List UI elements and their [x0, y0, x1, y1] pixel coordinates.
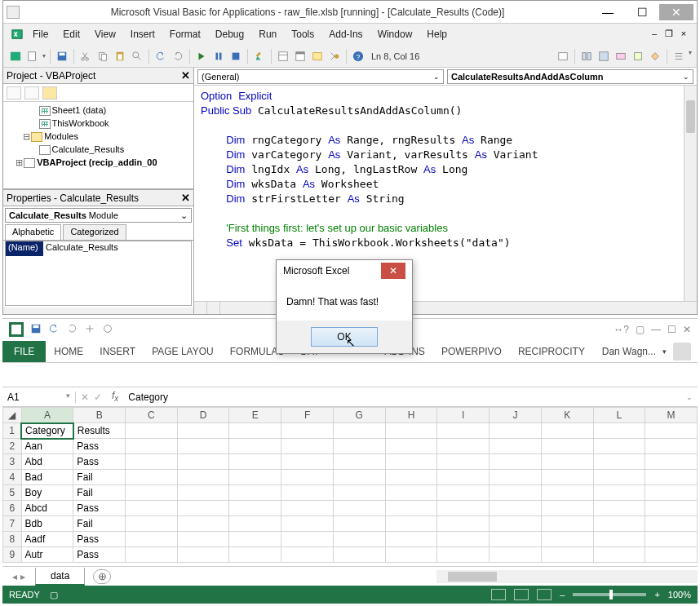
- project-panel-close-icon[interactable]: ✕: [181, 69, 190, 82]
- column-header[interactable]: J: [490, 408, 542, 423]
- cell[interactable]: [177, 516, 229, 532]
- menu-edit[interactable]: Edit: [56, 27, 86, 42]
- cell[interactable]: [437, 501, 490, 516]
- project-tree[interactable]: Sheet1 (data) ThisWorkbook ⊟Modules Calc…: [3, 102, 193, 189]
- cell[interactable]: [541, 516, 593, 532]
- cell[interactable]: [593, 516, 645, 532]
- cell[interactable]: Results: [73, 423, 126, 439]
- cell[interactable]: [281, 516, 334, 532]
- column-header[interactable]: I: [437, 408, 490, 423]
- cell[interactable]: [177, 423, 229, 439]
- sheet-tab-data[interactable]: data: [35, 568, 85, 586]
- cell[interactable]: Aadf: [21, 532, 73, 547]
- cell[interactable]: [126, 423, 178, 439]
- right-tool-4[interactable]: [614, 49, 628, 64]
- cell[interactable]: [490, 547, 542, 563]
- cell[interactable]: [385, 547, 437, 563]
- cell[interactable]: [333, 501, 385, 516]
- cell[interactable]: [333, 423, 385, 439]
- row-header[interactable]: 8: [3, 532, 22, 547]
- cell[interactable]: [126, 470, 178, 485]
- name-box[interactable]: A1 ▾: [2, 391, 76, 403]
- mdi-minimize-button[interactable]: –: [648, 29, 661, 40]
- cell[interactable]: [126, 532, 178, 547]
- right-tool-6[interactable]: [648, 49, 662, 64]
- reset-icon[interactable]: [228, 49, 243, 64]
- ribbon-help-icon[interactable]: ↔?: [614, 324, 629, 335]
- save-icon[interactable]: [55, 49, 69, 64]
- cell[interactable]: [490, 439, 542, 454]
- cell[interactable]: [281, 439, 334, 454]
- cell[interactable]: [490, 454, 542, 470]
- column-header[interactable]: K: [541, 408, 593, 423]
- cell[interactable]: [437, 470, 490, 485]
- cell[interactable]: [645, 547, 698, 563]
- menu-insert[interactable]: Insert: [124, 27, 162, 42]
- row-header[interactable]: 3: [3, 454, 22, 470]
- menu-run[interactable]: Run: [252, 27, 283, 42]
- cell[interactable]: [177, 470, 229, 485]
- cell[interactable]: [541, 439, 593, 454]
- maximize-button[interactable]: ☐: [625, 4, 659, 20]
- copy-icon[interactable]: [95, 49, 110, 64]
- undo-icon[interactable]: [153, 49, 168, 64]
- column-header[interactable]: L: [593, 408, 645, 423]
- cell[interactable]: Bdb: [21, 516, 73, 532]
- cell[interactable]: [645, 485, 698, 501]
- view-excel-icon[interactable]: [8, 49, 23, 64]
- break-icon[interactable]: [211, 49, 226, 64]
- cell[interactable]: Pass: [73, 547, 126, 563]
- cell[interactable]: Pass: [73, 532, 126, 547]
- sheet-horizontal-scrollbar[interactable]: [436, 570, 698, 583]
- cell[interactable]: [229, 423, 281, 439]
- right-tool-7[interactable]: [671, 49, 686, 64]
- cell[interactable]: Fail: [73, 516, 126, 532]
- cell[interactable]: Pass: [73, 501, 126, 516]
- redo-icon[interactable]: [66, 323, 78, 337]
- menu-view[interactable]: View: [88, 27, 122, 42]
- view-object-icon[interactable]: [24, 86, 39, 100]
- code-horizontal-scrollbar[interactable]: [194, 301, 697, 314]
- row-header[interactable]: 2: [3, 439, 22, 454]
- cell[interactable]: [385, 454, 437, 470]
- cell[interactable]: [177, 439, 229, 454]
- column-header[interactable]: G: [333, 408, 385, 423]
- avatar[interactable]: [673, 343, 691, 361]
- cell[interactable]: [229, 439, 281, 454]
- message-box-close-button[interactable]: ✕: [381, 263, 405, 279]
- cell[interactable]: [645, 501, 698, 516]
- object-browser-icon[interactable]: [310, 49, 325, 64]
- cell[interactable]: [490, 423, 542, 439]
- cell[interactable]: [333, 454, 385, 470]
- cell[interactable]: [281, 470, 334, 485]
- properties-tab-alphabetic[interactable]: Alphabetic: [5, 224, 61, 240]
- toggle-folders-icon[interactable]: [42, 86, 57, 100]
- formula-expand-icon[interactable]: ⌄: [681, 393, 698, 401]
- redo-icon[interactable]: [171, 49, 185, 64]
- undo-icon[interactable]: [48, 323, 60, 337]
- cell[interactable]: [645, 470, 698, 485]
- cell[interactable]: [437, 547, 490, 563]
- properties-panel-close-icon[interactable]: ✕: [181, 192, 190, 204]
- cell[interactable]: [490, 501, 542, 516]
- properties-window-icon[interactable]: [293, 49, 308, 64]
- ribbon-tab[interactable]: HOME: [46, 343, 91, 361]
- run-icon[interactable]: [194, 49, 209, 64]
- cell[interactable]: Autr: [21, 547, 73, 563]
- excel-return-icon[interactable]: [10, 27, 24, 42]
- zoom-level[interactable]: 100%: [668, 590, 691, 599]
- cell[interactable]: [490, 516, 542, 532]
- menu-help[interactable]: Help: [420, 27, 454, 42]
- cell[interactable]: [126, 485, 178, 501]
- cell[interactable]: [437, 532, 490, 547]
- ribbon-tab[interactable]: INSERT: [91, 343, 144, 361]
- tree-item[interactable]: Calculate_Results: [7, 143, 193, 156]
- cell[interactable]: [541, 501, 593, 516]
- tree-item[interactable]: ⊞VBAProject (recip_addin_00: [7, 156, 193, 169]
- fx-icon[interactable]: fx: [107, 390, 123, 403]
- column-header[interactable]: H: [385, 408, 437, 423]
- cell[interactable]: [229, 454, 281, 470]
- ribbon-tab[interactable]: PAGE LAYOU: [144, 343, 222, 361]
- cell[interactable]: [593, 485, 645, 501]
- insert-module-icon[interactable]: [25, 49, 40, 64]
